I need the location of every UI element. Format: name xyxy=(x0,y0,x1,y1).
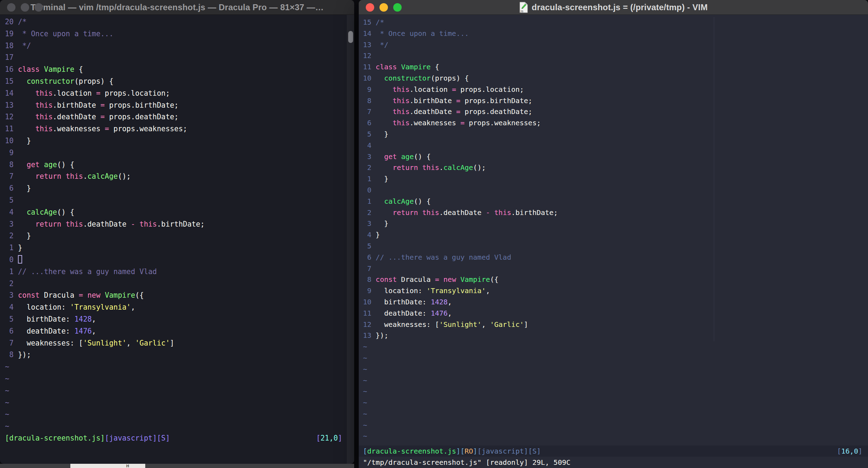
code-line[interactable]: 4} xyxy=(363,229,864,241)
code-line[interactable]: 2 } xyxy=(5,230,344,242)
tilde-line: ~ xyxy=(363,397,864,409)
background-window-peek: H xyxy=(70,464,145,468)
code-line[interactable]: 15/* xyxy=(363,17,864,28)
code-line[interactable]: 13 */ xyxy=(363,39,864,51)
line-number: 3 xyxy=(363,218,371,229)
tilde-line: ~ xyxy=(5,385,344,397)
code-line[interactable]: 2 return this.calcAge(); xyxy=(363,162,864,173)
code-line[interactable]: 8 this.birthDate = props.birthDate; xyxy=(363,95,864,107)
code-line[interactable]: 6 this.weaknesses = props.weaknesses; xyxy=(363,118,864,129)
macvim-window: JS dracula-screenshot.js = (/private/tmp… xyxy=(359,0,868,468)
code-line[interactable]: 11 this.weaknesses = props.weaknesses; xyxy=(5,123,344,135)
code-line[interactable]: 5 birthDate: 1428, xyxy=(5,314,344,325)
code-line[interactable]: 17 xyxy=(5,52,344,64)
line-number: 5 xyxy=(5,314,14,325)
code-line[interactable]: 0 xyxy=(363,185,864,196)
code-line[interactable]: 3 return this.deathDate - this.birthDate… xyxy=(5,219,344,230)
minimize-button[interactable] xyxy=(379,3,388,12)
code-line[interactable]: 19 * Once upon a time... xyxy=(5,28,344,40)
line-number: 11 xyxy=(363,308,371,319)
code-line[interactable]: 13}); xyxy=(363,330,864,341)
code-text: return this.deathDate - this.birthDate; xyxy=(18,220,205,228)
code-line[interactable]: 8const Dracula = new Vampire({ xyxy=(363,274,864,285)
code-line[interactable]: 6 deathDate: 1476, xyxy=(5,325,344,337)
statusline-cursor-position: [21,0] xyxy=(316,432,342,444)
terminal-titlebar[interactable]: Terminal — vim /tmp/dracula-screenshot.j… xyxy=(0,0,354,15)
code-line[interactable]: 3const Dracula = new Vampire({ xyxy=(5,290,344,302)
code-line[interactable]: 7 weaknesses: ['Sunlight', 'Garlic'] xyxy=(5,337,344,349)
code-line[interactable]: 0 xyxy=(5,254,344,266)
code-line[interactable]: 5 xyxy=(5,195,344,207)
tilde-line: ~ xyxy=(5,373,344,385)
code-line[interactable]: 11 deathDate: 1476, xyxy=(363,308,864,319)
line-number: 3 xyxy=(363,151,371,163)
code-line[interactable]: 2 return this.deathDate - this.birthDate… xyxy=(363,207,864,219)
line-number: 1 xyxy=(5,266,14,278)
terminal-scrollbar[interactable] xyxy=(347,15,354,464)
code-line[interactable]: 15 constructor(props) { xyxy=(5,76,344,88)
code-line[interactable]: 10 constructor(props) { xyxy=(363,73,864,84)
line-number: 8 xyxy=(5,159,14,171)
code-line[interactable]: 14 * Once upon a time... xyxy=(363,28,864,39)
vim-buffer-left[interactable]: 20/*19 * Once upon a time...18 */1716cla… xyxy=(5,16,344,432)
code-text: calcAge() { xyxy=(18,208,74,216)
code-line[interactable]: 6// ...there was a guy named Vlad xyxy=(363,252,864,263)
code-line[interactable]: 9 xyxy=(5,147,344,159)
code-line[interactable]: 7 xyxy=(363,263,864,274)
code-text: constructor(props) { xyxy=(376,74,469,82)
code-text: // ...there was a guy named Vlad xyxy=(18,267,157,276)
vim-buffer-right[interactable]: 15/*14 * Once upon a time...13 */1211cla… xyxy=(363,17,864,442)
close-button[interactable] xyxy=(366,3,374,12)
code-line[interactable]: 4 xyxy=(363,140,864,151)
zoom-button[interactable] xyxy=(34,3,43,12)
zoom-button[interactable] xyxy=(393,3,402,12)
code-line[interactable]: 14 this.location = props.location; xyxy=(5,88,344,100)
code-line[interactable]: 6 } xyxy=(5,183,344,195)
line-number: 12 xyxy=(5,111,14,123)
code-line[interactable]: 10 birthDate: 1428, xyxy=(363,297,864,308)
line-number: 6 xyxy=(363,252,371,263)
code-line[interactable]: 10 } xyxy=(5,135,344,147)
code-line[interactable]: 12 xyxy=(363,50,864,62)
code-line[interactable]: 18 */ xyxy=(5,40,344,52)
code-line[interactable]: 1} xyxy=(5,242,344,254)
code-line[interactable]: 4 calcAge() { xyxy=(5,207,344,219)
code-line[interactable]: 11class Vampire { xyxy=(363,62,864,73)
code-line[interactable]: 20/* xyxy=(5,16,344,28)
line-number: 10 xyxy=(363,73,371,84)
code-line[interactable]: 16class Vampire { xyxy=(5,64,344,76)
code-line[interactable]: 1 } xyxy=(363,173,864,185)
scrollbar-thumb[interactable] xyxy=(348,31,353,43)
minimize-button[interactable] xyxy=(21,3,29,12)
close-button[interactable] xyxy=(7,3,15,12)
line-number: 2 xyxy=(363,162,371,173)
code-text: class Vampire { xyxy=(18,65,83,74)
line-number: 1 xyxy=(363,173,371,185)
code-line[interactable]: 5 xyxy=(363,241,864,252)
code-line[interactable]: 1 calcAge() { xyxy=(363,196,864,207)
code-line[interactable]: 3 } xyxy=(363,218,864,229)
code-line[interactable]: 4 location: 'Transylvania', xyxy=(5,302,344,314)
code-line[interactable]: 7 return this.calcAge(); xyxy=(5,171,344,183)
code-line[interactable]: 12 weaknesses: ['Sunlight', 'Garlic'] xyxy=(363,319,864,330)
macvim-titlebar[interactable]: JS dracula-screenshot.js = (/private/tmp… xyxy=(359,0,868,15)
code-line[interactable]: 13 this.birthDate = props.birthDate; xyxy=(5,100,344,112)
code-line[interactable]: 9 location: 'Transylvania', xyxy=(363,285,864,297)
code-line[interactable]: 12 this.deathDate = props.deathDate; xyxy=(5,111,344,123)
code-line[interactable]: 9 this.location = props.location; xyxy=(363,84,864,95)
line-number: 10 xyxy=(5,135,14,147)
code-text: birthDate: 1428, xyxy=(18,315,96,323)
code-line[interactable]: 5 } xyxy=(363,129,864,140)
code-line[interactable]: 1// ...there was a guy named Vlad xyxy=(5,266,344,278)
code-line[interactable]: 7 this.deathDate = props.deathDate; xyxy=(363,106,864,118)
line-number: 2 xyxy=(5,230,14,242)
line-number: 9 xyxy=(5,147,14,159)
macvim-title: dracula-screenshot.js = (/private/tmp) -… xyxy=(532,2,708,12)
code-text: } xyxy=(376,175,388,183)
code-text: /* xyxy=(376,18,384,26)
js-file-icon[interactable]: JS xyxy=(519,2,528,13)
code-line[interactable]: 3 get age() { xyxy=(363,151,864,163)
code-line[interactable]: 2 xyxy=(5,278,344,290)
code-line[interactable]: 8}); xyxy=(5,349,344,361)
code-line[interactable]: 8 get age() { xyxy=(5,159,344,171)
